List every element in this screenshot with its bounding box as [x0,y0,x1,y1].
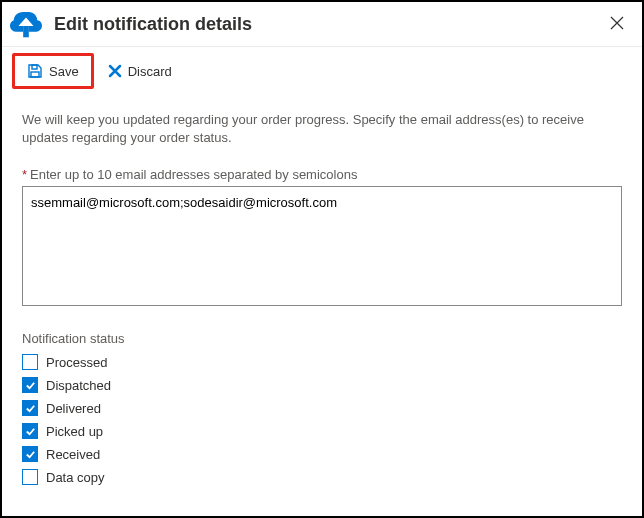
toolbar: Save Discard [2,47,642,95]
svg-rect-2 [31,72,39,77]
checkbox[interactable] [22,400,38,416]
checkbox-label: Dispatched [46,378,111,393]
content-area: We will keep you updated regarding your … [2,95,642,508]
panel-title: Edit notification details [54,14,604,35]
checkbox-label: Picked up [46,424,103,439]
discard-icon [108,64,122,78]
save-button-highlight: Save [12,53,94,89]
checkbox[interactable] [22,423,38,439]
panel-header: Edit notification details [2,2,642,47]
checkbox[interactable] [22,354,38,370]
checkbox-label: Received [46,447,100,462]
description-text: We will keep you updated regarding your … [22,111,622,147]
checkbox-row: Delivered [22,400,622,416]
checkbox-row: Picked up [22,423,622,439]
checkbox-row: Dispatched [22,377,622,393]
close-button[interactable] [604,12,630,37]
email-field-label: *Enter up to 10 email addresses separate… [22,167,622,182]
checkbox-row: Data copy [22,469,622,485]
email-addresses-input[interactable] [22,186,622,306]
checkbox-row: Processed [22,354,622,370]
svg-rect-0 [23,26,29,37]
discard-button-label: Discard [128,64,172,79]
checkbox-label: Delivered [46,401,101,416]
discard-button[interactable]: Discard [98,53,182,89]
svg-rect-1 [32,65,37,69]
checkbox[interactable] [22,446,38,462]
checkbox-label: Data copy [46,470,105,485]
save-icon [27,63,43,79]
databox-icon [10,10,42,38]
checkbox[interactable] [22,377,38,393]
notification-status-label: Notification status [22,331,622,346]
save-button-label: Save [49,64,79,79]
notification-status-list: Processed Dispatched Delivered Picked up… [22,354,622,485]
checkbox[interactable] [22,469,38,485]
required-indicator: * [22,167,27,182]
checkbox-row: Received [22,446,622,462]
checkbox-label: Processed [46,355,107,370]
save-button[interactable]: Save [17,58,89,84]
